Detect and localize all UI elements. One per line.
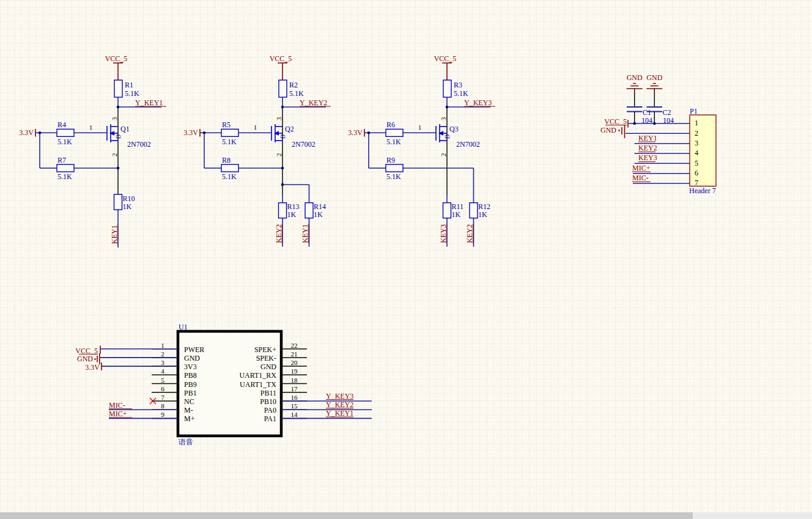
- resistor-ref[interactable]: R4: [57, 120, 66, 129]
- power-port-33v[interactable]: 3.3V: [183, 128, 198, 137]
- horizontal-scrollbar[interactable]: [0, 512, 812, 519]
- chip-comment[interactable]: 语音: [178, 438, 193, 446]
- resistor-ref[interactable]: R2: [289, 81, 298, 89]
- net-label-mic-plus[interactable]: MIC+: [109, 410, 127, 418]
- transistor-part[interactable]: 2N7002: [127, 140, 151, 149]
- pin-number: 7: [161, 394, 164, 401]
- resistor-body[interactable]: [470, 203, 478, 218]
- gnd-label[interactable]: GND: [600, 126, 616, 134]
- resistor-ref[interactable]: R13: [287, 202, 300, 211]
- resistor-ref[interactable]: R14: [314, 202, 326, 211]
- power-port-33v[interactable]: 3.3V: [85, 363, 100, 372]
- resistor-value[interactable]: 5.1K: [386, 138, 401, 146]
- net-label-ykey[interactable]: Y_KEY2: [326, 400, 353, 409]
- power-port-vcc5[interactable]: VCC_5: [604, 117, 627, 126]
- net-label[interactable]: MIC+: [632, 164, 651, 172]
- resistor-value[interactable]: 5.1K: [222, 138, 237, 146]
- resistor-body[interactable]: [57, 164, 74, 172]
- resistor-value[interactable]: 1K: [452, 210, 461, 219]
- resistor-value[interactable]: 1K: [314, 210, 323, 219]
- net-label-ykey[interactable]: Y_KEY3: [326, 392, 353, 400]
- connector-body[interactable]: [690, 115, 716, 186]
- net-label-key[interactable]: KEY2: [465, 224, 474, 243]
- power-port-vcc5[interactable]: VCC_5: [270, 54, 292, 63]
- resistor-body[interactable]: [386, 129, 403, 136]
- power-port-33v[interactable]: 3.3V: [348, 128, 363, 137]
- resistor-value[interactable]: 5.1K: [222, 172, 237, 181]
- power-port-33v[interactable]: 3.3V: [19, 128, 34, 137]
- resistor-value[interactable]: 5.1K: [125, 89, 139, 98]
- pin-number: 4: [161, 367, 164, 375]
- pin-number: 8: [161, 402, 164, 410]
- schematic-canvas[interactable]: VCC_5 R1 5.1K Y_KEY1 3 D Q1 2N7002: [0, 0, 812, 512]
- power-port-vcc5[interactable]: VCC_5: [105, 54, 128, 63]
- resistor-body[interactable]: [114, 80, 122, 97]
- resistor-body[interactable]: [114, 194, 122, 210]
- resistor-body[interactable]: [221, 164, 238, 172]
- net-label-ykey[interactable]: Y_KEY1: [326, 409, 353, 418]
- transistor-part[interactable]: 2N7002: [456, 140, 480, 149]
- net-label[interactable]: MIC-: [632, 174, 649, 182]
- resistor-value[interactable]: 1K: [123, 202, 132, 211]
- resistor-body[interactable]: [279, 203, 287, 218]
- transistor-part[interactable]: 2N7002: [292, 140, 316, 149]
- power-port-vcc5[interactable]: VCC_5: [75, 347, 98, 355]
- scrollbar-thumb[interactable]: [0, 512, 693, 519]
- resistor-value[interactable]: 5.1K: [289, 89, 304, 98]
- gnd-label[interactable]: GND: [627, 73, 643, 82]
- junction-dot: [633, 122, 636, 125]
- header-p1[interactable]: P1 1 2 3 4 5 6 7 Header 7: [689, 107, 716, 195]
- transistor-ref[interactable]: Q1: [120, 125, 130, 133]
- pin-name: SPEK+: [254, 345, 276, 354]
- resistor-value[interactable]: 1K: [478, 210, 487, 219]
- pin-tag: D: [115, 134, 122, 139]
- resistor-ref[interactable]: R10: [123, 194, 135, 203]
- connector-description[interactable]: Header 7: [689, 186, 716, 195]
- power-port-vcc5[interactable]: VCC_5: [434, 54, 457, 63]
- gnd-label[interactable]: GND: [77, 355, 93, 363]
- resistor-body[interactable]: [443, 80, 451, 97]
- resistor-body[interactable]: [386, 164, 403, 172]
- resistor-value[interactable]: 1K: [287, 210, 297, 219]
- pin-number-drain: 3: [440, 117, 447, 120]
- resistor-ref[interactable]: R6: [386, 120, 395, 129]
- net-label-out[interactable]: Y_KEY3: [464, 98, 492, 107]
- capacitor-ref[interactable]: C2: [663, 108, 671, 117]
- resistor-ref[interactable]: R12: [478, 202, 490, 211]
- resistor-body[interactable]: [279, 80, 287, 97]
- net-label[interactable]: KEY3: [638, 153, 657, 162]
- junction-dot: [117, 167, 120, 170]
- resistor-body[interactable]: [57, 129, 74, 136]
- net-label-out[interactable]: Y_KEY2: [300, 98, 327, 107]
- gnd-label[interactable]: GND: [646, 73, 662, 82]
- grid-background: [0, 0, 812, 512]
- net-label-out[interactable]: Y_KEY1: [135, 98, 163, 107]
- net-label-key[interactable]: KEY2: [275, 224, 283, 243]
- net-label[interactable]: KEY2: [638, 144, 657, 152]
- connector-designator[interactable]: P1: [690, 107, 698, 116]
- net-label-key[interactable]: KEY1: [301, 224, 309, 243]
- resistor-ref[interactable]: R5: [222, 120, 231, 129]
- resistor-value[interactable]: 5.1K: [386, 172, 401, 181]
- resistor-ref[interactable]: R7: [57, 156, 66, 164]
- resistor-ref[interactable]: R1: [125, 81, 133, 89]
- pin-number: 1: [695, 119, 698, 127]
- transistor-ref[interactable]: Q3: [449, 125, 459, 133]
- resistor-value[interactable]: 5.1K: [454, 89, 468, 98]
- resistor-value[interactable]: 5.1K: [57, 172, 72, 181]
- transistor-ref[interactable]: Q2: [285, 125, 294, 133]
- resistor-body[interactable]: [221, 129, 238, 136]
- resistor-body[interactable]: [305, 203, 313, 218]
- resistor-ref[interactable]: R9: [386, 156, 395, 164]
- resistor-body[interactable]: [443, 203, 451, 218]
- resistor-ref[interactable]: R8: [222, 156, 231, 164]
- net-label-key[interactable]: KEY3: [439, 224, 448, 243]
- net-label-key[interactable]: KEY1: [110, 225, 119, 244]
- net-label[interactable]: KEY1: [638, 134, 657, 142]
- resistor-ref[interactable]: R3: [454, 81, 462, 89]
- pin-number: 21: [291, 350, 298, 358]
- resistor-ref[interactable]: R11: [452, 202, 464, 211]
- pin-number: 14: [291, 411, 298, 418]
- resistor-value[interactable]: 5.1K: [57, 138, 72, 146]
- net-label-mic-minus[interactable]: MIC-: [109, 401, 125, 410]
